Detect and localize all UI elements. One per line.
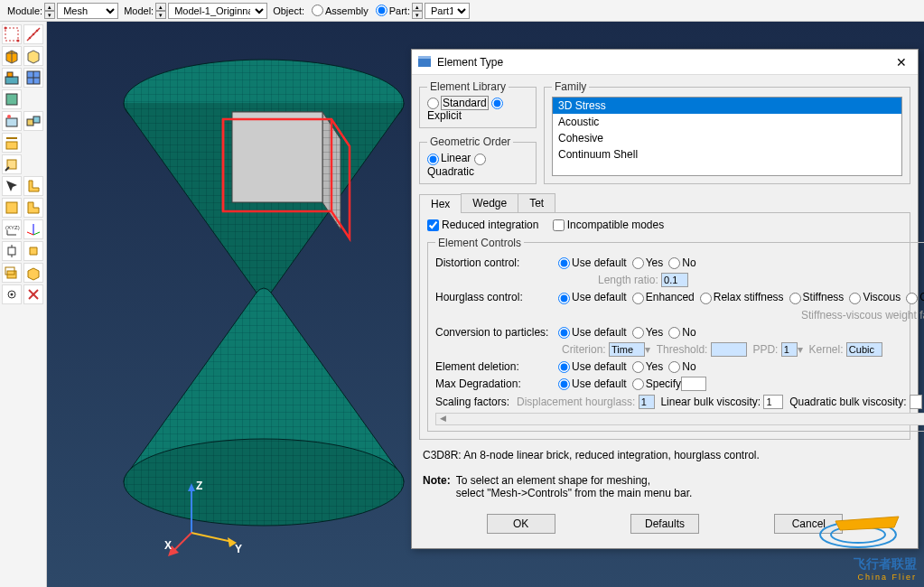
tab-wedge[interactable]: Wedge (461, 193, 518, 212)
hg-enhanced-radio[interactable] (632, 293, 644, 304)
linear-visc-input[interactable] (763, 395, 783, 409)
svg-rect-14 (6, 94, 17, 105)
svg-point-4 (29, 37, 32, 40)
family-item[interactable]: Acoustic (553, 114, 901, 130)
del-yes-radio[interactable] (632, 361, 644, 373)
model-mesh (47, 22, 462, 582)
hg-comb-radio[interactable] (906, 293, 918, 304)
seed-icon[interactable] (2, 24, 22, 44)
element-controls-group: Element Controls Distortion control: Use… (427, 237, 924, 432)
svg-rect-18 (33, 116, 40, 123)
mesh-part-icon[interactable] (2, 46, 22, 66)
del-no-radio[interactable] (668, 361, 680, 373)
svg-text:X: X (164, 539, 172, 552)
assembly-radio[interactable] (312, 5, 323, 16)
module-label: Module: (7, 5, 42, 16)
family-item[interactable]: 3D Stress (553, 98, 901, 114)
kernel-label: Kernel: (808, 343, 843, 356)
family-group: Family 3D Stress Acoustic Cohesive Conti… (544, 80, 910, 184)
part-radio[interactable] (376, 5, 387, 16)
delete-icon[interactable] (23, 284, 43, 304)
model-spinner[interactable]: ▴▾ (155, 3, 166, 19)
svg-rect-10 (7, 72, 13, 77)
move-icon[interactable] (2, 241, 22, 261)
incompatible-modes-check[interactable] (553, 219, 565, 231)
l-icon[interactable] (23, 176, 43, 196)
deg-default-radio[interactable] (558, 378, 570, 390)
cp-yes-radio[interactable] (632, 327, 644, 339)
hg-stiff-radio[interactable] (789, 293, 801, 304)
model-select[interactable]: Model-1_Originnal (168, 3, 267, 19)
gear-icon[interactable] (2, 284, 22, 304)
svg-point-1 (5, 27, 7, 30)
part-spinner[interactable]: ▴▾ (412, 3, 423, 19)
explicit-radio[interactable] (491, 98, 503, 109)
hg-relax-radio[interactable] (700, 293, 712, 304)
ppd-input[interactable] (781, 342, 798, 357)
edit-mesh-icon[interactable] (2, 154, 22, 174)
csys-icon[interactable] (23, 219, 43, 239)
quadratic-radio[interactable] (474, 154, 486, 165)
partition-icon[interactable] (2, 133, 22, 153)
verify-icon[interactable] (2, 111, 22, 131)
del-default-radio[interactable] (558, 361, 570, 373)
part-label: Part: (389, 5, 410, 16)
xyz-icon[interactable]: (XYZ) (2, 219, 22, 239)
region-icon[interactable] (2, 198, 22, 218)
linear-radio[interactable] (427, 154, 439, 165)
tab-hex[interactable]: Hex (419, 194, 462, 213)
svg-text:Y: Y (235, 543, 242, 555)
criterion-input[interactable] (609, 342, 645, 357)
seed-edge-icon[interactable] (23, 24, 43, 44)
close-icon[interactable]: ✕ (891, 55, 912, 70)
h-scrollbar[interactable]: ◀▶ (435, 413, 924, 425)
module-spinner[interactable]: ▴▾ (44, 3, 55, 19)
family-list[interactable]: 3D Stress Acoustic Cohesive Continuum Sh… (552, 97, 902, 176)
deg-input[interactable] (681, 377, 706, 391)
standard-radio[interactable] (427, 98, 439, 109)
length-ratio-label: Length ratio: (598, 274, 658, 286)
conversion-label: Conversion to particles: (435, 326, 553, 339)
family-item[interactable]: Continuum Shell (553, 146, 901, 163)
rotate-icon[interactable] (23, 241, 43, 261)
distortion-no-radio[interactable] (668, 257, 680, 269)
distortion-default-radio[interactable] (558, 257, 570, 269)
offset-icon[interactable] (2, 263, 22, 283)
element-type-dialog: Element Type ✕ Element Library Standard … (411, 49, 919, 549)
cp-default-radio[interactable] (558, 327, 570, 339)
box-icon[interactable] (23, 263, 43, 283)
cp-no-radio[interactable] (668, 327, 680, 339)
assembly-label: Assembly (325, 5, 369, 16)
watermark: 飞行者联盟 China Flier (808, 498, 917, 582)
select-icon[interactable] (2, 176, 22, 196)
svg-point-33 (11, 294, 14, 296)
deg-specify-radio[interactable] (632, 378, 644, 390)
part-select[interactable]: Part1 (425, 3, 470, 19)
weight-label: Stiffness-viscous weight factor: (801, 309, 924, 321)
ok-button[interactable]: OK (487, 514, 555, 534)
assoc-icon[interactable] (2, 89, 22, 109)
element-description: C3D8R: An 8-node linear brick, reduced i… (423, 449, 907, 461)
defaults-button[interactable]: Defaults (630, 514, 699, 534)
family-item[interactable]: Cohesive (553, 130, 901, 146)
hg-default-radio[interactable] (558, 293, 570, 304)
scaling-label: Scaling factors: (435, 396, 517, 408)
reduced-integration-check[interactable] (427, 219, 439, 231)
svg-rect-56 (418, 59, 431, 67)
kernel-input[interactable] (846, 342, 882, 357)
quad-visc-input[interactable] (910, 395, 922, 409)
threshold-input[interactable] (711, 342, 747, 357)
l2-icon[interactable] (23, 198, 43, 218)
distortion-yes-radio[interactable] (632, 257, 644, 269)
disp-hg-input[interactable] (639, 395, 655, 409)
tab-tet[interactable]: Tet (518, 193, 555, 212)
mesh-region-icon[interactable] (23, 46, 43, 66)
element-type-icon[interactable] (2, 68, 22, 88)
mesh-controls-icon[interactable] (23, 68, 43, 88)
module-select[interactable]: Mesh (57, 3, 118, 19)
quad-visc-label: Quadratic bulk viscosity: (789, 396, 906, 408)
svg-rect-9 (5, 77, 18, 84)
length-ratio-input[interactable] (661, 273, 688, 287)
hg-visc-radio[interactable] (849, 293, 861, 304)
query-icon[interactable] (23, 111, 43, 131)
